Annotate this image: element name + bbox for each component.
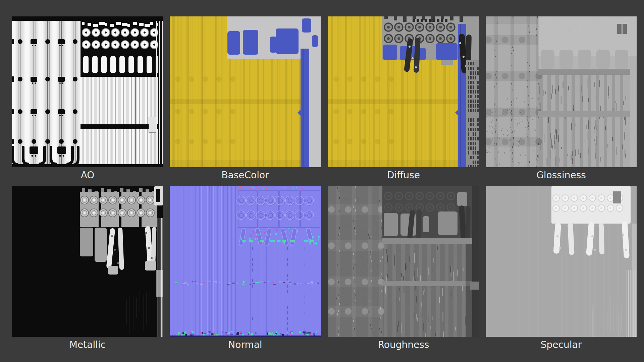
ao-map-label: AO bbox=[12, 170, 163, 181]
texture-cell-diffuse: Diffuse bbox=[328, 16, 479, 181]
texture-cell-specular: Specular bbox=[486, 186, 637, 351]
metallic-map-label: Metallic bbox=[12, 339, 163, 351]
texture-maps-figure: AO BaseColor Diffuse Glossiness Metallic… bbox=[0, 0, 644, 362]
roughness-map-label: Roughness bbox=[328, 339, 479, 351]
diffuse-map-image bbox=[328, 16, 479, 167]
glossiness-map-label: Glossiness bbox=[486, 170, 637, 181]
texture-cell-basecolor: BaseColor bbox=[170, 16, 321, 181]
texture-cell-glossiness: Glossiness bbox=[486, 16, 637, 181]
specular-map-image bbox=[486, 186, 637, 337]
roughness-map-image bbox=[328, 186, 479, 337]
metallic-map-image bbox=[12, 186, 163, 337]
texture-cell-roughness: Roughness bbox=[328, 186, 479, 351]
basecolor-map-label: BaseColor bbox=[170, 170, 321, 181]
texture-cell-normal: Normal bbox=[170, 186, 321, 351]
texture-cell-metallic: Metallic bbox=[12, 186, 163, 351]
basecolor-map-image bbox=[170, 16, 321, 167]
diffuse-map-label: Diffuse bbox=[328, 170, 479, 181]
glossiness-map-image bbox=[486, 16, 637, 167]
normal-map-image bbox=[170, 186, 321, 337]
ao-map-image bbox=[12, 16, 163, 167]
normal-map-label: Normal bbox=[170, 339, 321, 351]
texture-cell-ao: AO bbox=[12, 16, 163, 181]
specular-map-label: Specular bbox=[486, 339, 637, 351]
